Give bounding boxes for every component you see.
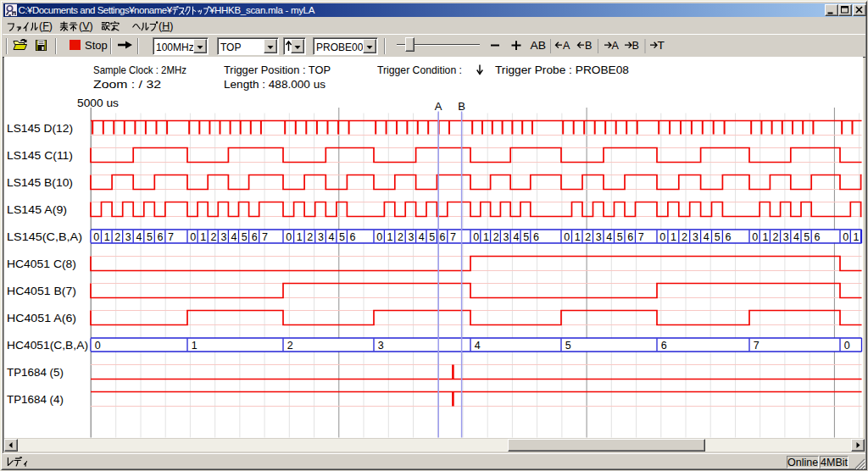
- svg-text:2: 2: [773, 231, 779, 243]
- svg-text:5: 5: [242, 231, 248, 243]
- svg-text:0: 0: [93, 231, 99, 243]
- svg-text:5: 5: [429, 231, 435, 243]
- svg-text:0: 0: [659, 231, 665, 243]
- svg-text:1: 1: [575, 231, 581, 243]
- svg-text:3: 3: [318, 231, 324, 243]
- svg-text:B: B: [585, 39, 592, 52]
- svg-text:4: 4: [513, 231, 519, 243]
- svg-text:Zoom : / 32: Zoom : / 32: [93, 78, 161, 91]
- svg-text:5: 5: [147, 231, 153, 243]
- svg-text:TP1684 (4): TP1684 (4): [7, 393, 64, 406]
- svg-text:1: 1: [192, 340, 198, 352]
- svg-text:LS145 B(10): LS145 B(10): [7, 176, 73, 189]
- svg-text:7: 7: [754, 340, 760, 352]
- svg-text:5: 5: [617, 231, 623, 243]
- svg-text:1: 1: [762, 231, 768, 243]
- svg-text:A: A: [612, 39, 620, 52]
- svg-text:LS145 C(11): LS145 C(11): [7, 149, 73, 162]
- svg-text:4: 4: [475, 340, 481, 352]
- svg-text:6: 6: [726, 231, 732, 243]
- svg-text:5: 5: [523, 231, 529, 243]
- svg-text:6: 6: [627, 231, 633, 243]
- svg-text:3: 3: [693, 231, 698, 243]
- svg-text:4: 4: [231, 231, 237, 243]
- svg-text:LS145 D(12): LS145 D(12): [7, 122, 73, 135]
- svg-text:6: 6: [252, 231, 258, 243]
- svg-text:6: 6: [814, 231, 820, 243]
- svg-text:2: 2: [287, 340, 293, 352]
- svg-text:A: A: [563, 39, 570, 52]
- svg-text:3: 3: [504, 231, 509, 243]
- svg-text:1: 1: [297, 231, 303, 243]
- svg-text:4: 4: [419, 231, 425, 243]
- svg-text:0: 0: [286, 231, 292, 243]
- svg-text:3: 3: [408, 231, 414, 243]
- svg-text:2: 2: [307, 231, 313, 243]
- svg-text:0: 0: [95, 340, 101, 352]
- svg-text:3: 3: [125, 231, 131, 243]
- svg-text:5: 5: [565, 340, 571, 352]
- svg-text:4: 4: [606, 231, 612, 243]
- svg-text:1: 1: [483, 231, 489, 243]
- svg-text:6: 6: [350, 231, 356, 243]
- svg-text:1: 1: [200, 231, 206, 243]
- svg-text:Sample Clock : 2MHz: Sample Clock : 2MHz: [93, 64, 186, 76]
- svg-text:2: 2: [585, 231, 591, 243]
- svg-text:7: 7: [638, 231, 644, 243]
- svg-text:2: 2: [114, 231, 120, 243]
- svg-text:5000 us: 5000 us: [77, 97, 120, 109]
- svg-text:A: A: [435, 100, 442, 113]
- svg-text:Trigger Position : TOP: Trigger Position : TOP: [224, 64, 331, 76]
- svg-text:4: 4: [704, 231, 709, 243]
- svg-text:6: 6: [440, 231, 446, 243]
- svg-text:0: 0: [844, 340, 850, 352]
- svg-text:3: 3: [783, 231, 789, 243]
- svg-text:3: 3: [221, 231, 227, 243]
- svg-text:Trigger Condition :: Trigger Condition :: [377, 64, 462, 76]
- svg-text:TP1684 (5): TP1684 (5): [7, 366, 64, 379]
- svg-text:LS145(C,B,A): LS145(C,B,A): [7, 230, 82, 243]
- svg-text:0: 0: [376, 231, 382, 243]
- svg-text:0: 0: [473, 231, 479, 243]
- svg-text:2: 2: [493, 231, 499, 243]
- svg-text:6: 6: [533, 231, 539, 243]
- svg-text:HC4051 A(6): HC4051 A(6): [7, 312, 76, 324]
- svg-text:4: 4: [136, 231, 142, 243]
- svg-text:Length : 488.000 us: Length : 488.000 us: [224, 78, 326, 91]
- svg-text:3: 3: [378, 340, 384, 352]
- svg-text:6: 6: [661, 340, 667, 352]
- svg-text:LS145 A(9): LS145 A(9): [7, 203, 67, 216]
- svg-text:0: 0: [190, 231, 196, 243]
- svg-text:2: 2: [398, 231, 403, 243]
- svg-text:3: 3: [596, 231, 602, 243]
- svg-text:1: 1: [104, 231, 110, 243]
- svg-text:4: 4: [793, 231, 799, 243]
- svg-text:1: 1: [854, 231, 860, 243]
- svg-text:1: 1: [387, 231, 393, 243]
- svg-text:2: 2: [682, 231, 687, 243]
- svg-text:T: T: [658, 39, 665, 52]
- svg-text:HC4051(C,B,A): HC4051(C,B,A): [7, 339, 88, 352]
- svg-text:0: 0: [843, 231, 849, 243]
- svg-text:6: 6: [158, 231, 164, 243]
- svg-text:5: 5: [715, 231, 721, 243]
- svg-text:4: 4: [329, 231, 335, 243]
- svg-text:HC4051 B(7): HC4051 B(7): [7, 285, 76, 297]
- svg-text:1: 1: [670, 231, 676, 243]
- svg-text:5: 5: [804, 231, 810, 243]
- svg-text:7: 7: [168, 231, 174, 243]
- svg-text:7: 7: [450, 231, 456, 243]
- svg-text:Trigger Probe : PROBE08: Trigger Probe : PROBE08: [495, 64, 629, 76]
- svg-text:2: 2: [210, 231, 216, 243]
- svg-text:HC4051 C(8): HC4051 C(8): [7, 258, 76, 270]
- svg-text:B: B: [632, 39, 639, 52]
- svg-text:5: 5: [339, 231, 345, 243]
- svg-text:0: 0: [752, 231, 758, 243]
- svg-text:B: B: [458, 100, 465, 113]
- svg-text:0: 0: [564, 231, 570, 243]
- svg-text:AB: AB: [531, 39, 547, 52]
- svg-text:7: 7: [262, 231, 268, 243]
